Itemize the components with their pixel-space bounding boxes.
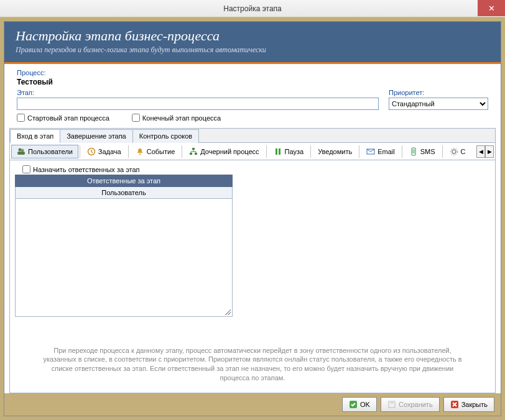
svg-rect-5: [192, 148, 195, 150]
main-tabs: Вход в этап Завершение этапа Контроль ср…: [10, 129, 495, 143]
toolbar-notify-button[interactable]: Уведомить: [312, 145, 358, 158]
svg-rect-7: [195, 153, 197, 155]
svg-rect-8: [276, 148, 277, 155]
window-title: Настройка этапа: [223, 4, 281, 13]
svg-rect-17: [390, 401, 394, 404]
assign-responsible-checkbox-input[interactable]: [22, 165, 30, 173]
svg-rect-6: [190, 153, 192, 155]
priority-select[interactable]: Стандартный: [389, 98, 488, 110]
toolbar-email-button[interactable]: Email: [361, 145, 401, 158]
separator: [402, 145, 402, 158]
email-icon: [366, 147, 375, 156]
toolbar-sms-label: SMS: [420, 148, 435, 155]
toolbar-event-label: Событие: [147, 148, 175, 155]
toolbar-event-button[interactable]: Событие: [130, 145, 181, 158]
close-icon: ✕: [488, 4, 495, 13]
help-text: При переходе процесса к данному этапу, п…: [15, 342, 490, 388]
svg-rect-2: [17, 152, 25, 155]
header-title: Настройка этапа бизнес-процесса: [16, 28, 489, 44]
separator: [266, 145, 267, 158]
separator: [80, 145, 80, 158]
svg-point-14: [450, 148, 457, 155]
end-stage-checkbox[interactable]: Конечный этап процесса: [132, 114, 221, 122]
separator: [359, 145, 359, 158]
header-subtitle: Правила переходов и бизнес-логика этапа …: [16, 45, 489, 55]
chevron-right-icon: ▶: [488, 148, 492, 155]
toolbar-child-process-label: Дочерний процесс: [200, 148, 259, 155]
save-label: Сохранить: [399, 401, 433, 408]
separator: [128, 145, 129, 158]
tab-complete-stage[interactable]: Завершение этапа: [60, 129, 133, 143]
chevron-left-icon: ◀: [479, 148, 483, 155]
toolbar-task-button[interactable]: Задача: [81, 145, 127, 158]
start-stage-checkbox[interactable]: Стартовый этап процесса: [17, 114, 109, 122]
start-stage-checkbox-input[interactable]: [17, 114, 25, 122]
users-icon: [17, 147, 25, 156]
ok-button[interactable]: OK: [342, 397, 377, 412]
header-banner: Настройка этапа бизнес-процесса Правила …: [4, 22, 501, 64]
start-stage-label: Стартовый этап процесса: [27, 114, 109, 122]
svg-point-13: [452, 150, 456, 153]
pause-icon: [274, 147, 282, 156]
tab-deadline-control[interactable]: Контроль сроков: [132, 129, 199, 143]
end-stage-label: Конечный этап процесса: [142, 114, 221, 122]
check-icon: [349, 400, 358, 409]
toolbar-scroll-right[interactable]: ▶: [485, 145, 494, 158]
save-icon: [387, 400, 396, 409]
svg-rect-9: [279, 148, 280, 155]
tree-icon: [189, 147, 198, 156]
toolbar-pause-label: Пауза: [285, 148, 304, 155]
responsible-table-header: Ответственные за этап: [15, 175, 233, 187]
clock-icon: [87, 147, 96, 156]
bottom-bar: OK Сохранить Закрыть: [4, 393, 501, 416]
action-toolbar: Пользователи Задача Событие: [10, 143, 495, 160]
toolbar-more-button[interactable]: С: [444, 145, 471, 158]
titlebar: Настройка этапа ✕: [0, 0, 505, 17]
tab-enter-stage[interactable]: Вход в этап: [10, 129, 60, 143]
close-button[interactable]: Закрыть: [443, 397, 494, 412]
close-icon: [450, 400, 459, 409]
toolbar-child-process-button[interactable]: Дочерний процесс: [183, 145, 264, 158]
toolbar-users-button[interactable]: Пользователи: [11, 145, 78, 158]
save-button[interactable]: Сохранить: [381, 397, 440, 412]
svg-point-4: [139, 153, 141, 154]
separator: [442, 145, 443, 158]
svg-rect-12: [412, 149, 415, 153]
toolbar-scroll-left[interactable]: ◀: [476, 145, 485, 158]
toolbar-sms-button[interactable]: SMS: [404, 145, 441, 158]
toolbar-more-label: С: [461, 148, 466, 155]
process-value: Тестовый: [17, 78, 488, 86]
responsible-list[interactable]: [15, 199, 233, 317]
responsible-column-header: Пользователь: [15, 187, 233, 199]
ok-label: OK: [360, 401, 370, 408]
window-close-button[interactable]: ✕: [478, 0, 505, 16]
bell-icon: [136, 147, 144, 156]
stage-label: Этап:: [17, 89, 379, 96]
end-stage-checkbox-input[interactable]: [132, 114, 140, 122]
close-label: Закрыть: [461, 401, 488, 408]
stage-input[interactable]: [17, 98, 379, 110]
gear-icon: [450, 147, 458, 156]
toolbar-task-label: Задача: [98, 148, 121, 155]
toolbar-pause-button[interactable]: Пауза: [268, 145, 310, 158]
separator: [310, 145, 311, 158]
separator: [182, 145, 182, 158]
toolbar-users-label: Пользователи: [28, 148, 73, 155]
priority-label: Приоритет:: [389, 89, 488, 96]
toolbar-email-label: Email: [378, 148, 395, 155]
assign-responsible-label: Назначить ответственных за этап: [33, 166, 140, 173]
svg-point-1: [21, 148, 24, 152]
phone-icon: [409, 147, 418, 156]
assign-responsible-checkbox[interactable]: Назначить ответственных за этап: [22, 165, 233, 173]
process-label: Процесс:: [17, 69, 488, 76]
toolbar-notify-label: Уведомить: [318, 148, 352, 155]
